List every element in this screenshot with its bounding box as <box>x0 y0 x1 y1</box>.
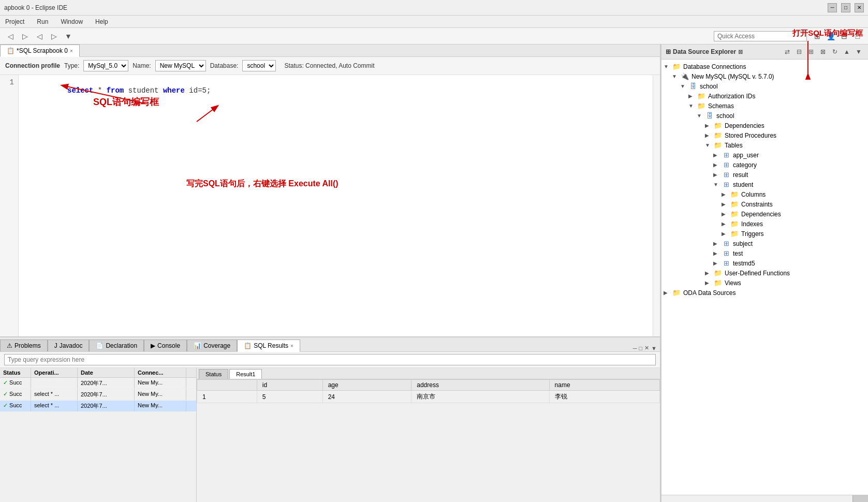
tree-item-22[interactable]: ▶📁Views <box>661 278 868 288</box>
op-row-0[interactable]: ✓ Succ 2020年7... New My... <box>0 378 196 389</box>
tree-node-label-2: school <box>700 83 866 90</box>
type-select[interactable]: MySql_5.0 <box>83 60 128 71</box>
tree-arrow-18[interactable]: ▶ <box>713 241 722 246</box>
tree-arrow-2[interactable]: ▼ <box>680 83 688 89</box>
toolbar-icon-4[interactable]: □ <box>851 30 864 42</box>
tree-item-21[interactable]: ▶📁User-Defined Functions <box>661 268 868 278</box>
tree-arrow-13[interactable]: ▶ <box>722 191 730 197</box>
tree-item-2[interactable]: ▼🗄school <box>661 81 868 91</box>
tree-arrow-15[interactable]: ▶ <box>722 211 730 217</box>
tree-arrow-23[interactable]: ▶ <box>664 290 672 296</box>
tree-arrow-10[interactable]: ▶ <box>713 162 722 168</box>
tree-arrow-20[interactable]: ▶ <box>713 260 722 266</box>
right-panel-hscroll[interactable] <box>661 495 868 502</box>
tree-arrow-9[interactable]: ▶ <box>713 152 722 158</box>
maximize-button[interactable]: □ <box>841 3 850 12</box>
maximize-view-icon[interactable]: □ <box>639 345 642 351</box>
tab-coverage[interactable]: 📊 Coverage <box>187 339 237 351</box>
quick-access-input[interactable]: Quick Access <box>714 31 807 41</box>
tree-arrow-5[interactable]: ▼ <box>697 113 705 119</box>
tree-item-5[interactable]: ▼🗄school <box>661 111 868 121</box>
back2-button[interactable]: ◁ <box>33 30 46 42</box>
sql-editor[interactable]: 1 select * from student where id=5; SQL语… <box>0 75 660 336</box>
drop-button[interactable]: ▼ <box>62 30 75 42</box>
tree-item-11[interactable]: ▶⊞result <box>661 170 868 180</box>
forward-button[interactable]: ▷ <box>19 30 31 42</box>
tree-arrow-17[interactable]: ▶ <box>722 231 730 237</box>
tree-item-1[interactable]: ▼🔌New MySQL (MySQL v. 5.7.0) <box>661 71 868 81</box>
tab-console[interactable]: ▶ Console <box>144 339 187 351</box>
tree-arrow-3[interactable]: ▶ <box>688 93 697 99</box>
tree-item-23[interactable]: ▶📁ODA Data Sources <box>661 288 868 298</box>
menu-help[interactable]: Help <box>92 17 111 26</box>
close-button[interactable]: ✕ <box>855 3 864 12</box>
tab-problems[interactable]: ⚠ Problems <box>0 339 48 351</box>
query-expression-input[interactable] <box>4 354 656 365</box>
tree-arrow-8[interactable]: ▼ <box>705 142 713 148</box>
tree-item-6[interactable]: ▶📁Dependencies <box>661 121 868 130</box>
tree-item-10[interactable]: ▶⊞category <box>661 160 868 170</box>
back-button[interactable]: ◁ <box>4 30 17 42</box>
tree-item-9[interactable]: ▶⊞app_user <box>661 150 868 160</box>
result-result1-tab[interactable]: Result1 <box>229 369 262 379</box>
sql-results-close-icon[interactable]: × <box>290 343 293 349</box>
tree-arrow-14[interactable]: ▶ <box>722 201 730 207</box>
tree-item-16[interactable]: ▶📁Indexes <box>661 219 868 229</box>
properties-icon[interactable]: ⊠ <box>818 47 828 57</box>
tab-declaration[interactable]: 📄 Declaration <box>89 339 144 351</box>
tree-item-13[interactable]: ▶📁Columns <box>661 189 868 199</box>
sql-scrapbook-tab[interactable]: 📋 *SQL Scrapbook 0 × <box>0 45 80 57</box>
forward2-button[interactable]: ▷ <box>48 30 60 42</box>
disconnect-icon[interactable]: ⊟ <box>794 47 804 57</box>
tree-item-12[interactable]: ▼⊞student <box>661 180 868 189</box>
tree-arrow-22[interactable]: ▶ <box>705 280 713 286</box>
tab-sql-results[interactable]: 📋 SQL Results × <box>237 339 300 352</box>
view-menu-right-icon[interactable]: ▼ <box>854 47 864 57</box>
menu-run[interactable]: Run <box>34 17 51 26</box>
sql-code-area[interactable]: select * from student where id=5; <box>19 75 653 336</box>
tree-item-20[interactable]: ▶⊞testmd5 <box>661 258 868 268</box>
tree-arrow-19[interactable]: ▶ <box>713 250 722 256</box>
minimize-view-icon[interactable]: ─ <box>633 345 637 351</box>
menu-project[interactable]: Project <box>2 17 27 26</box>
filter-icon[interactable]: ⊞ <box>806 47 816 57</box>
toolbar-icon-2[interactable]: 👤 <box>825 30 837 42</box>
toolbar-icon-1[interactable]: ⊞ <box>811 30 823 42</box>
close-view-icon[interactable]: ✕ <box>644 345 649 351</box>
tree-arrow-1[interactable]: ▼ <box>672 73 680 79</box>
op-row-1[interactable]: ✓ Succ select * ... 2020年7... New My... <box>0 389 196 401</box>
toolbar-icon-3[interactable]: ⊟ <box>838 30 850 42</box>
menu-window[interactable]: Window <box>57 17 86 26</box>
tree-arrow-16[interactable]: ▶ <box>722 221 730 227</box>
view-menu-icon[interactable]: ▼ <box>651 345 657 351</box>
tree-arrow-12[interactable]: ▼ <box>713 182 722 187</box>
tree-arrow-0[interactable]: ▼ <box>664 64 672 69</box>
tree-item-14[interactable]: ▶📁Constraints <box>661 199 868 209</box>
minimize-button[interactable]: ─ <box>828 3 837 12</box>
tree-arrow-21[interactable]: ▶ <box>705 270 713 276</box>
collapse-icon[interactable]: ▲ <box>842 47 852 57</box>
tab-javadoc[interactable]: J Javadoc <box>48 339 90 351</box>
refresh-icon[interactable]: ↻ <box>830 47 840 57</box>
tree-arrow-7[interactable]: ▶ <box>705 132 713 138</box>
result-status-tab[interactable]: Status <box>199 369 228 379</box>
tree-arrow-11[interactable]: ▶ <box>713 172 722 178</box>
tree-item-7[interactable]: ▶📁Stored Procedures <box>661 130 868 140</box>
editor-vscroll[interactable] <box>653 75 660 336</box>
tree-arrow-4[interactable]: ▼ <box>688 103 697 109</box>
tree-item-8[interactable]: ▼📁Tables <box>661 140 868 150</box>
tree-item-0[interactable]: ▼📁Database Connections <box>661 62 868 71</box>
tree-item-15[interactable]: ▶📁Dependencies <box>661 209 868 219</box>
tree-item-3[interactable]: ▶📁Authorization IDs <box>661 91 868 101</box>
tree-item-4[interactable]: ▼📁Schemas <box>661 101 868 111</box>
op-row-2[interactable]: ✓ Succ select * ... 2020年7... New My... <box>0 401 196 412</box>
tree-item-17[interactable]: ▶📁Triggers <box>661 229 868 239</box>
tab-close-icon[interactable]: × <box>70 48 73 54</box>
tree-item-19[interactable]: ▶⊞test <box>661 248 868 258</box>
name-select[interactable]: New MySQL <box>155 60 206 71</box>
connect-icon[interactable]: ⇄ <box>782 47 792 57</box>
tree-arrow-6[interactable]: ▶ <box>705 123 713 128</box>
database-select[interactable]: school <box>242 60 276 71</box>
result-row-0[interactable]: 1 5 24 南京市 李锐 <box>197 391 660 403</box>
tree-item-18[interactable]: ▶⊞subject <box>661 239 868 248</box>
